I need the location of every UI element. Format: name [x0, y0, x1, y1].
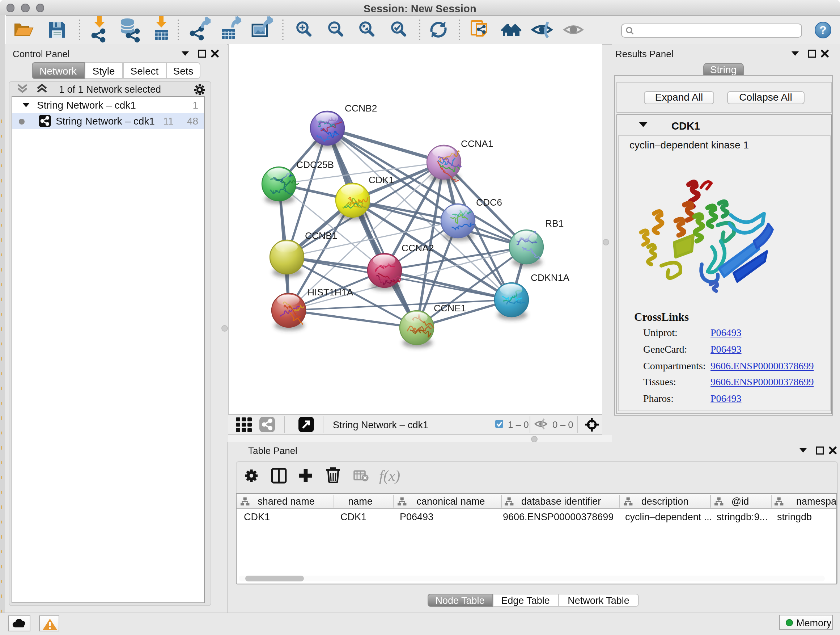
svg-text:CDK1: CDK1 — [340, 511, 366, 522]
svg-text:CCNA1: CCNA1 — [461, 138, 493, 149]
svg-text:1 – 0: 1 – 0 — [508, 419, 529, 430]
svg-text:String Network – cdk1: String Network – cdk1 — [332, 420, 428, 431]
svg-text:stringdb:9...: stringdb:9... — [717, 511, 767, 522]
svg-text:CDK1: CDK1 — [368, 174, 393, 185]
svg-text:CDK1: CDK1 — [244, 511, 270, 522]
svg-text:f(x): f(x) — [379, 467, 400, 485]
svg-text:shared name: shared name — [257, 496, 315, 507]
svg-text:name: name — [348, 496, 373, 507]
svg-text:CCNE1: CCNE1 — [433, 302, 466, 314]
svg-text:P06493: P06493 — [400, 511, 433, 522]
svg-text:CDC6: CDC6 — [476, 197, 502, 208]
svg-text:CCNB1: CCNB1 — [305, 230, 337, 241]
svg-text:@id: @id — [731, 496, 749, 507]
svg-text:CCNA2: CCNA2 — [401, 242, 433, 253]
svg-text:CCNB2: CCNB2 — [344, 103, 377, 114]
svg-text:description: description — [641, 496, 689, 507]
svg-text:HIST1H1A: HIST1H1A — [307, 287, 353, 298]
svg-text:9606.ENSP00000378699: 9606.ENSP00000378699 — [503, 511, 614, 522]
svg-text:0 – 0: 0 – 0 — [552, 419, 573, 430]
svg-text:CDKN1A: CDKN1A — [531, 272, 569, 283]
svg-text:RB1: RB1 — [545, 218, 563, 229]
svg-text:database identifier: database identifier — [521, 496, 601, 507]
svg-text:CDC25B: CDC25B — [296, 159, 333, 170]
svg-text:stringdb: stringdb — [777, 511, 812, 522]
svg-text:namespace: namespace — [796, 496, 837, 507]
svg-text:cyclin–dependent ...: cyclin–dependent ... — [625, 511, 712, 522]
svg-text:?: ? — [819, 24, 827, 36]
svg-text:canonical name: canonical name — [416, 496, 485, 507]
